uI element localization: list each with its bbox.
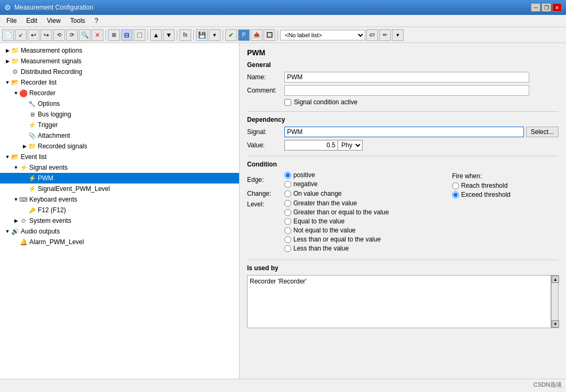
menu-help[interactable]: ?: [91, 16, 103, 26]
signal-input[interactable]: [284, 127, 524, 137]
toolbar-img1[interactable]: P: [238, 29, 250, 41]
expander[interactable]: ▶: [4, 58, 11, 64]
tree-item-alarm-pwm-level[interactable]: 🔔 Alarm_PWM_Level: [0, 237, 239, 247]
tree-item-audio-outputs[interactable]: ▼ 🔊 Audio outputs: [0, 226, 239, 237]
level-not-equal-radio[interactable]: [284, 227, 291, 234]
folder-open-icon: 📂: [11, 153, 19, 161]
name-input[interactable]: [284, 72, 529, 82]
menu-view[interactable]: View: [43, 16, 65, 26]
name-label: Name:: [247, 73, 284, 81]
used-by-entry: Recorder 'Recorder': [250, 278, 307, 285]
toolbar-save-arrow[interactable]: ▼: [209, 29, 220, 41]
exceed-threshold-radio[interactable]: [452, 191, 459, 198]
restore-button[interactable]: ❐: [542, 3, 551, 12]
tree-item-options[interactable]: 🔧 Options: [0, 98, 239, 109]
level-less-equal-radio[interactable]: [284, 236, 291, 243]
toolbar-btn3[interactable]: ⟲: [53, 29, 65, 41]
fire-when-radio-group: Reach threshold Exceed threshold: [452, 182, 559, 198]
edge-negative-radio[interactable]: [284, 181, 291, 188]
minimize-button[interactable]: ─: [531, 3, 540, 12]
menu-file[interactable]: File: [2, 16, 21, 26]
menu-tools[interactable]: Tools: [66, 16, 89, 26]
tree-item-keyboard-events[interactable]: ▼ ⌨ Keyboard events: [0, 194, 239, 205]
tree-item-system-events[interactable]: ▶ ⚙ System events: [0, 215, 239, 226]
tree-item-signal-events[interactable]: ▼ ⚡ Signal events: [0, 162, 239, 173]
toolbar-undo1[interactable]: ↩: [28, 29, 39, 41]
toolbar-label1[interactable]: 🏷: [366, 29, 378, 41]
toolbar-label-arrow[interactable]: ▼: [392, 29, 404, 41]
toolbar-btn5[interactable]: ⊞: [108, 29, 120, 41]
tree-item-measurement-options[interactable]: ▶ 📁 Measurement options: [0, 45, 239, 56]
toolbar-undo2[interactable]: ↪: [40, 29, 52, 41]
toolbar-img3[interactable]: 🔲: [264, 29, 275, 41]
edge-positive-radio[interactable]: [284, 172, 291, 179]
panel-title: PWM: [247, 48, 559, 57]
expander[interactable]: ▼: [4, 79, 11, 86]
expander[interactable]: ▶: [21, 143, 28, 149]
menu-edit[interactable]: Edit: [22, 16, 42, 26]
toolbar-new[interactable]: 📄: [2, 29, 14, 41]
expander[interactable]: ▼: [4, 228, 11, 235]
expander[interactable]: ▼: [4, 154, 11, 160]
scroll-up-button[interactable]: ▲: [552, 276, 559, 283]
toolbar-formula[interactable]: fx: [179, 29, 191, 41]
scroll-down-button[interactable]: ▼: [552, 320, 559, 328]
toolbar-btn7[interactable]: 📋: [134, 29, 145, 41]
level-less-radio[interactable]: [284, 245, 291, 252]
unit-combo[interactable]: Phy: [338, 140, 363, 151]
label-list-combo[interactable]: <No label list>: [280, 30, 365, 40]
tree-item-f12[interactable]: 🔑 F12 (F12): [0, 205, 239, 215]
tree-item-measurement-signals[interactable]: ▶ 📁 Measurement signals: [0, 56, 239, 66]
options-icon: 🔧: [28, 99, 36, 108]
tree-label-audio-outputs: Audio outputs: [21, 228, 60, 235]
tree-item-recorder-list[interactable]: ▼ 📂 Recorder list: [0, 77, 239, 88]
toolbar-search[interactable]: 🔍: [79, 29, 91, 41]
expander[interactable]: ▼: [13, 90, 19, 96]
toolbar-img2[interactable]: 📤: [251, 29, 263, 41]
tree-item-signal-event-pwm-level[interactable]: ⚡ SignalEvent_PWM_Level: [0, 184, 239, 194]
toolbar-delete[interactable]: ✕: [92, 29, 103, 41]
fire-when-header-row: Fire when:: [452, 172, 559, 180]
expander-empty: [4, 69, 11, 75]
tree-label-signal-event-pwm-level: SignalEvent_PWM_Level: [38, 185, 110, 193]
expander-empty: [21, 132, 28, 139]
expander[interactable]: ▼: [13, 164, 19, 171]
expander[interactable]: ▼: [13, 196, 19, 203]
change-on-value-radio[interactable]: [284, 190, 291, 197]
signal-condition-checkbox[interactable]: [284, 99, 291, 106]
level-greater-item: Greater than the value: [284, 199, 389, 207]
expander[interactable]: ▶: [13, 218, 19, 224]
status-bar: CSDN迅境: [0, 379, 566, 390]
toolbar-label2[interactable]: ✏: [379, 29, 391, 41]
toolbar-save[interactable]: 💾: [196, 29, 208, 41]
toolbar-btn6[interactable]: ⊟: [121, 29, 133, 41]
level-equal-label: Equal to the value: [293, 218, 344, 225]
toolbar-sep3: [177, 30, 177, 40]
level-equal-radio[interactable]: [284, 218, 291, 225]
tree-item-recorded-signals[interactable]: ▶ 📁 Recorded signals: [0, 141, 239, 152]
toolbar-open[interactable]: ↙: [15, 29, 27, 41]
level-greater-equal-radio[interactable]: [284, 209, 291, 216]
tree-item-pwm[interactable]: ⚡ PWM: [0, 173, 239, 184]
tree-label-recorder-list: Recorder list: [21, 79, 56, 86]
value-input[interactable]: [284, 140, 338, 151]
toolbar-btn4[interactable]: ⟳: [66, 29, 78, 41]
tree-item-trigger[interactable]: ⚡ Trigger: [0, 120, 239, 130]
select-button[interactable]: Select...: [526, 127, 559, 137]
tree-item-attachment[interactable]: 📎 Attachment: [0, 130, 239, 141]
expander[interactable]: ▶: [4, 47, 11, 54]
reach-threshold-radio[interactable]: [452, 182, 459, 189]
tree-item-bus-logging[interactable]: 🖥 Bus logging: [0, 109, 239, 120]
level-greater-radio[interactable]: [284, 200, 291, 207]
signal-events-icon: ⚡: [19, 163, 28, 172]
tree-item-distributed-recording[interactable]: ⚙ Distributed Recording: [0, 66, 239, 77]
comment-input[interactable]: [284, 85, 529, 96]
toolbar-up[interactable]: ▲: [150, 29, 162, 41]
tree-item-recorder[interactable]: ▼ 🔴 Recorder: [0, 88, 239, 98]
expander-empty: [21, 122, 28, 128]
pwm-icon: ⚡: [28, 174, 36, 182]
toolbar-check[interactable]: ✔: [225, 29, 237, 41]
tree-item-event-list[interactable]: ▼ 📂 Event list: [0, 152, 239, 162]
toolbar-down[interactable]: ▼: [163, 29, 175, 41]
close-button[interactable]: ✕: [552, 3, 562, 12]
